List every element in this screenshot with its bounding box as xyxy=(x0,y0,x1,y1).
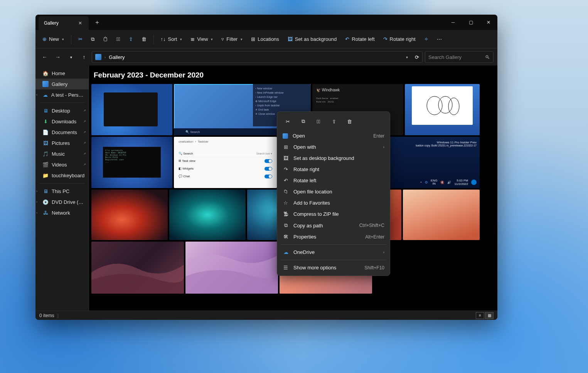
new-tab-button[interactable]: ＋ xyxy=(89,15,106,30)
cut-icon: ✂ xyxy=(286,119,290,124)
share-button[interactable]: ⇪ xyxy=(126,34,136,44)
thumbnails-view-button[interactable]: ▦ xyxy=(485,312,494,319)
maximize-button[interactable]: ▢ xyxy=(462,15,480,30)
properties-icon: 🛠︎ xyxy=(283,234,289,240)
ctx-open-location[interactable]: 📁︎Open file location xyxy=(277,186,390,197)
ctx-add-favorites[interactable]: ☆Add to Favorites xyxy=(277,197,390,208)
chevron-down-icon: ▾ xyxy=(62,37,64,41)
minimize-button[interactable]: ─ xyxy=(444,15,462,30)
view-button[interactable]: ≣ View ▾ xyxy=(187,34,216,44)
sort-button[interactable]: ↑↓ Sort ▾ xyxy=(158,34,185,44)
network-icon: 🖧 xyxy=(42,210,49,216)
sidebar-item-atest[interactable]: ›☁A test - Personal xyxy=(35,89,89,100)
sidebar-item-downloads[interactable]: ⬇Downloads📌︎ xyxy=(35,116,89,127)
chevron-right-icon: › xyxy=(383,145,384,149)
rename-button[interactable]: ✎⃞ xyxy=(113,34,123,44)
plus-circle-icon: ⊕ xyxy=(42,36,47,42)
sidebar-item-documents[interactable]: 📄Documents📌︎ xyxy=(35,127,89,138)
ctx-properties[interactable]: 🛠︎PropertiesAlt+Enter xyxy=(277,231,390,242)
details-view-button[interactable]: ≡ xyxy=(476,312,484,319)
svg-point-2 xyxy=(448,98,459,115)
music-icon: 🎵 xyxy=(42,151,49,157)
copy-icon: ⧉ xyxy=(91,36,94,42)
thumbnail[interactable] xyxy=(91,242,184,294)
ctx-set-background[interactable]: 🖼︎Set as desktop background xyxy=(277,153,390,164)
ctx-copy-button[interactable]: ⧉ xyxy=(297,116,310,127)
sidebar-item-pictures[interactable]: 🖼︎Pictures📌︎ xyxy=(35,138,89,148)
thumbnail[interactable] xyxy=(185,242,278,294)
refresh-icon[interactable]: ⟳ xyxy=(415,54,419,60)
ctx-copy-path[interactable]: ⧉Copy as pathCtrl+Shift+C xyxy=(277,220,390,231)
windhawk-button[interactable]: ✧ xyxy=(421,34,431,44)
chevron-down-icon: ▾ xyxy=(211,37,213,41)
image-icon: 🖼︎ xyxy=(283,155,289,161)
sidebar: 🏠Home Gallery ›☁A test - Personal 🖥︎Desk… xyxy=(35,66,89,311)
cut-button[interactable]: ✂ xyxy=(75,34,86,44)
delete-button[interactable]: 🗑︎ xyxy=(138,34,150,44)
ctx-rotate-left[interactable]: ↶Rotate left xyxy=(277,175,390,186)
ctx-rename-button[interactable]: ✎⃞ xyxy=(312,116,325,127)
paste-icon: 📋︎ xyxy=(103,36,108,42)
thumbnail[interactable] xyxy=(403,190,480,240)
thumbnail[interactable] xyxy=(405,84,480,135)
ctx-delete-button[interactable]: 🗑︎ xyxy=(343,116,356,127)
search-input[interactable]: Search Gallery 🔍︎ xyxy=(425,51,494,63)
recent-button[interactable]: ▾ xyxy=(66,52,76,62)
rotate-left-button[interactable]: ↶ Rotate left xyxy=(342,34,377,44)
close-button[interactable]: ✕ xyxy=(480,15,497,30)
ctx-open[interactable]: OpenEnter xyxy=(277,130,390,141)
ellipsis-icon: ⋯ xyxy=(437,36,442,42)
ctx-open-with[interactable]: ⊞Open with› xyxy=(277,141,390,153)
sidebar-item-videos[interactable]: 🎬Videos📌︎ xyxy=(35,159,89,170)
sidebar-item-dvd[interactable]: ›💿DVD Drive (D:) CCC xyxy=(35,197,89,207)
set-background-button[interactable]: 🖼︎ Set as background xyxy=(285,34,340,44)
sidebar-item-network[interactable]: ›🖧Network xyxy=(35,207,89,218)
copy-button[interactable]: ⧉ xyxy=(88,34,98,45)
thumbnail[interactable]: Windows 11 Pro Insider Prevluation copy.… xyxy=(383,137,480,188)
thumbnail[interactable]: C:\> systeminfoHost Name: DESKTOPOS: Win… xyxy=(91,137,172,188)
forward-button[interactable]: → xyxy=(52,52,63,62)
tab-gallery[interactable]: Gallery ✕ xyxy=(39,16,89,30)
ctx-cut-button[interactable]: ✂ xyxy=(281,116,294,127)
sort-icon: ↑↓ xyxy=(161,36,166,42)
thumbnail[interactable] xyxy=(91,190,168,240)
new-button[interactable]: ⊕ New ▾ xyxy=(39,34,67,44)
tab-close-icon[interactable]: ✕ xyxy=(77,20,83,26)
file-explorer-window: Gallery ✕ ＋ ─ ▢ ✕ ⊕ New ▾ ✂ ⧉ 📋︎ ✎⃞ ⇪ 🗑︎… xyxy=(35,15,497,320)
filter-button[interactable]: ▿ Filter ▾ xyxy=(218,34,246,44)
breadcrumb[interactable]: Gallery xyxy=(109,54,125,60)
ctx-compress-zip[interactable]: 🗜︎Compress to ZIP file xyxy=(277,208,390,220)
up-button[interactable]: ↑ xyxy=(79,52,89,62)
more-button[interactable]: ⋯ xyxy=(434,34,445,44)
sidebar-item-touchkeyboard[interactable]: 📁touchkeyboard xyxy=(35,170,89,181)
address-bar[interactable]: › Gallery ▾ ⟳ xyxy=(92,51,423,63)
ctx-onedrive[interactable]: ☁OneDrive› xyxy=(277,247,390,258)
thumbnail[interactable]: onalization › Taskbar🔍 SearchSearch box … xyxy=(174,137,277,188)
rotate-right-button[interactable]: ↷ Rotate right xyxy=(380,34,419,44)
search-icon: 🔍︎ xyxy=(485,54,490,60)
sidebar-item-music[interactable]: 🎵Music📌︎ xyxy=(35,148,89,159)
window-controls: ─ ▢ ✕ xyxy=(444,15,497,30)
sidebar-item-thispc[interactable]: ›🖥︎This PC xyxy=(35,186,89,197)
dropdown-icon[interactable]: ▾ xyxy=(406,55,408,59)
gallery-icon xyxy=(95,54,101,60)
documents-icon: 📄 xyxy=(42,129,49,135)
thumbnail[interactable] xyxy=(91,84,172,135)
sidebar-item-home[interactable]: 🏠Home xyxy=(35,68,89,79)
ctx-share-button[interactable]: ⇪ xyxy=(327,116,340,127)
chevron-right-icon: › xyxy=(36,211,37,215)
trash-icon: 🗑︎ xyxy=(347,119,352,124)
locations-button[interactable]: ⊞ Locations xyxy=(248,34,282,44)
ctx-show-more[interactable]: ☰Show more optionsShift+F10 xyxy=(277,262,390,273)
folder-icon: 📁 xyxy=(42,172,49,178)
item-count: 0 items xyxy=(39,313,54,318)
locations-icon: ⊞ xyxy=(251,36,255,42)
sidebar-item-desktop[interactable]: 🖥︎Desktop📌︎ xyxy=(35,105,89,116)
back-button[interactable]: ← xyxy=(39,52,50,62)
share-icon: ⇪ xyxy=(332,119,336,124)
ctx-rotate-right[interactable]: ↷Rotate right xyxy=(277,164,390,175)
openwith-icon: ⊞ xyxy=(283,144,289,150)
thumbnail[interactable] xyxy=(169,190,246,240)
paste-button[interactable]: 📋︎ xyxy=(100,34,111,44)
sidebar-item-gallery[interactable]: Gallery xyxy=(35,79,89,89)
